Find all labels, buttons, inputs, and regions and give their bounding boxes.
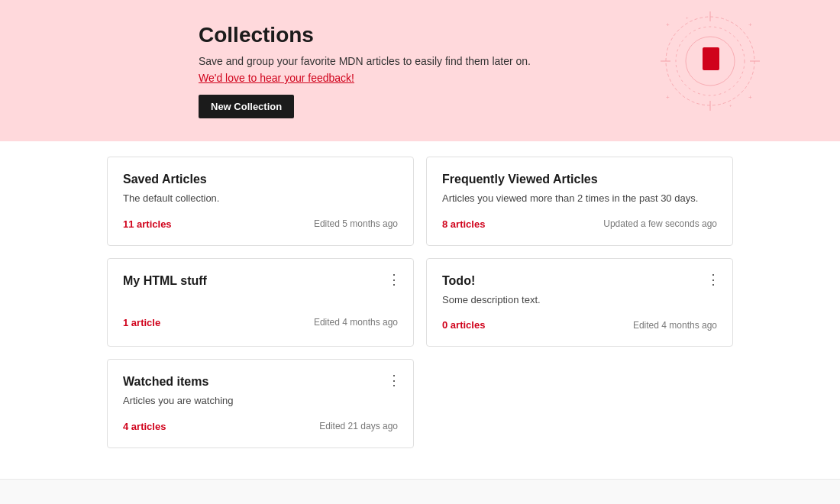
article-count: 8 articles [442, 218, 485, 230]
card-footer: 0 articlesEdited 4 months ago [442, 319, 717, 331]
card-footer: 1 articleEdited 4 months ago [123, 317, 398, 328]
svg-text:+: + [686, 15, 689, 20]
collection-description: Articles you viewed more than 2 times in… [442, 191, 717, 206]
page-title: Collections [199, 23, 840, 47]
article-count: 1 article [123, 317, 160, 328]
collection-card-saved-articles[interactable]: Saved ArticlesThe default collection.11 … [107, 157, 414, 246]
collection-title: Saved Articles [123, 173, 398, 186]
card-footer: 11 articlesEdited 5 months ago [123, 218, 398, 230]
edited-time: Edited 5 months ago [314, 218, 398, 229]
collection-title: Watched items [123, 375, 398, 389]
edited-time: Edited 4 months ago [314, 317, 398, 328]
article-count: 4 articles [123, 421, 166, 432]
edited-time: Edited 4 months ago [633, 320, 717, 331]
collection-description: Some description text. [442, 292, 717, 308]
collection-card-todo[interactable]: ⋮Todo!Some description text.0 articlesEd… [426, 258, 733, 347]
collection-title: My HTML stuff [123, 274, 398, 288]
collection-menu-button-my-html-stuff[interactable]: ⋮ [387, 273, 401, 286]
edited-time: Edited 21 days ago [319, 421, 398, 431]
collections-grid: Saved ArticlesThe default collection.11 … [107, 157, 733, 448]
article-count: 11 articles [123, 218, 172, 230]
hero-description: Save and group your favorite MDN article… [199, 55, 840, 67]
card-footer: 4 articlesEdited 21 days ago [123, 421, 398, 432]
collection-description: Articles you are watching [123, 393, 398, 409]
feedback-link[interactable]: We'd love to hear your feedback! [199, 72, 354, 84]
card-footer: 8 articlesUpdated a few seconds ago [442, 218, 717, 230]
collection-menu-button-todo[interactable]: ⋮ [706, 273, 720, 286]
new-collection-button[interactable]: New Collection [199, 95, 294, 118]
collection-description: The default collection. [123, 191, 398, 206]
collection-title: Frequently Viewed Articles [442, 173, 717, 186]
edited-time: Updated a few seconds ago [603, 218, 717, 229]
site-footer: mdn Your blueprint for a better internet… [0, 479, 840, 505]
collection-menu-button-watched-items[interactable]: ⋮ [387, 373, 401, 387]
collection-card-my-html-stuff[interactable]: ⋮My HTML stuff1 articleEdited 4 months a… [107, 258, 414, 347]
article-count: 0 articles [442, 319, 485, 331]
collection-title: Todo! [442, 274, 717, 288]
collection-card-watched-items[interactable]: ⋮Watched itemsArticles you are watching4… [107, 359, 414, 448]
main-content: Saved ArticlesThe default collection.11 … [92, 141, 748, 479]
collection-card-frequently-viewed[interactable]: Frequently Viewed ArticlesArticles you v… [426, 157, 733, 246]
hero-section: Collections Save and group your favorite… [0, 0, 840, 141]
